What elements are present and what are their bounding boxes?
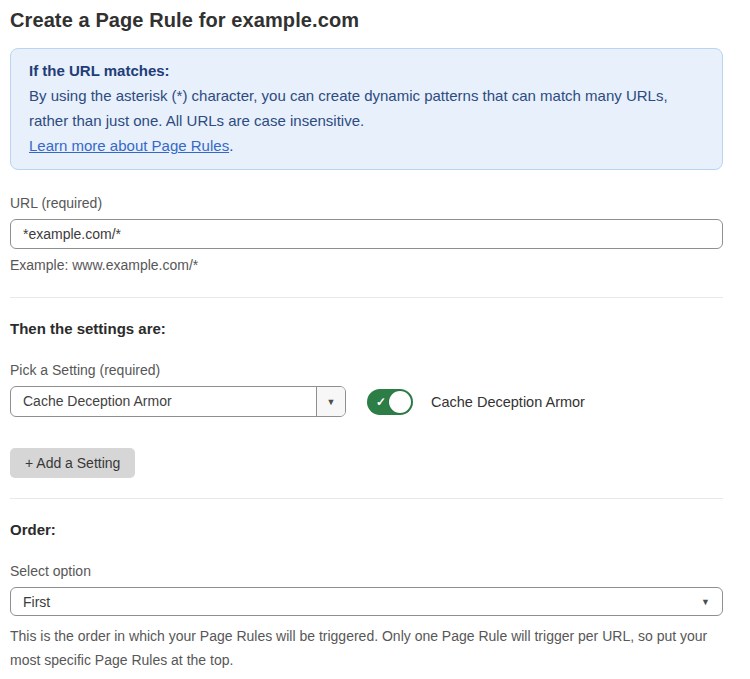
order-helper-text: This is the order in which your Page Rul…: [10, 624, 723, 672]
order-select-value: First: [23, 594, 701, 610]
order-section-heading: Order:: [10, 521, 723, 538]
check-icon: ✓: [376, 395, 386, 409]
link-suffix-period: .: [229, 137, 233, 154]
info-box-heading: If the URL matches:: [29, 58, 704, 83]
url-field-label: URL (required): [10, 195, 723, 211]
learn-more-link[interactable]: Learn more about Page Rules: [29, 137, 229, 154]
caret-down-icon: ▼: [327, 397, 336, 407]
section-divider: [10, 297, 723, 298]
url-example-helper: Example: www.example.com/*: [10, 257, 723, 273]
dropdown-arrow-button[interactable]: ▼: [316, 387, 345, 416]
order-select[interactable]: First ▼: [10, 587, 723, 616]
pick-setting-label: Pick a Setting (required): [10, 362, 723, 378]
caret-down-icon: ▼: [701, 597, 710, 607]
settings-section-heading: Then the settings are:: [10, 320, 723, 337]
setting-dropdown-value: Cache Deception Armor: [11, 387, 316, 416]
setting-dropdown[interactable]: Cache Deception Armor ▼: [10, 386, 346, 417]
add-setting-button[interactable]: + Add a Setting: [10, 448, 135, 478]
page-title: Create a Page Rule for example.com: [10, 9, 723, 32]
url-input[interactable]: [10, 219, 723, 249]
section-divider: [10, 498, 723, 499]
create-page-rule-form: Create a Page Rule for example.com If th…: [0, 0, 750, 679]
select-option-label: Select option: [10, 563, 723, 579]
toggle-knob: [389, 391, 411, 413]
info-box-link-line: Learn more about Page Rules.: [29, 133, 704, 158]
setting-toggle[interactable]: ✓: [367, 389, 413, 415]
setting-toggle-label: Cache Deception Armor: [431, 394, 585, 410]
setting-row: Cache Deception Armor ▼ ✓ Cache Deceptio…: [10, 386, 723, 417]
info-box-body: By using the asterisk (*) character, you…: [29, 83, 704, 133]
url-matches-info-box: If the URL matches: By using the asteris…: [10, 48, 723, 170]
